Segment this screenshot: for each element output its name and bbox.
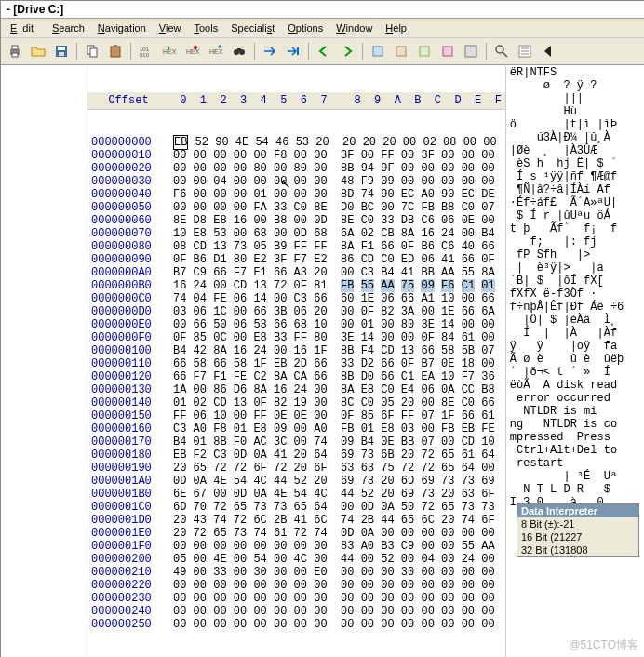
menu-navigation[interactable]: Navigation [92,20,152,35]
bytes-cell[interactable]: 00 00 00 00 00 F8 00 00 3F 00 FF 00 3F 0… [169,149,499,162]
hex-row[interactable]: 0000000E000 66 50 06 53 66 68 10 00 01 0… [87,318,505,331]
ascii-row[interactable]: fXfX ë-f3Òf · [510,288,624,301]
bytes-cell[interactable]: C3 A0 F8 01 E8 09 00 A0 FB 01 E8 03 00 F… [169,422,499,436]
bytes-cell[interactable]: F6 00 00 00 01 00 00 00 8D 74 90 EC A0 9… [169,188,499,201]
hex-row[interactable]: 0000000A0B7 C9 66 F7 E1 66 A3 20 00 C3 B… [87,266,505,279]
data-interpreter-panel[interactable]: Data Interpreter 8 Bit (±):-21 16 Bit (2… [517,503,639,557]
copy-icon[interactable] [82,41,102,61]
hex-row[interactable]: 00000023000 00 00 00 00 00 00 00 00 00 0… [87,592,505,605]
ascii-row[interactable]: ¶Ñ|â?÷â|ÍÀí Af [510,183,624,196]
paste-icon[interactable] [105,41,126,61]
ascii-row[interactable]: ëòÃ A disk read [510,379,624,392]
bytes-cell[interactable]: 10 E8 53 00 68 00 0D 68 6A 02 CB 8A 16 2… [169,227,499,240]
hex-row[interactable]: 0000001C06D 70 72 65 73 73 65 64 00 0D 0… [87,501,505,514]
bytes-cell[interactable]: B4 42 8A 16 24 00 16 1F 8B F4 CD 13 66 5… [169,344,499,357]
ascii-row[interactable]: ø ? ÿ ? [510,79,624,92]
ascii-row[interactable]: $ Í r |ûUªu öÁ [510,209,624,222]
hex-row[interactable]: 000000170B4 01 8B F0 AC 3C 00 74 09 B4 0… [87,436,505,449]
bytes-cell[interactable]: 00 00 00 00 80 00 80 00 8B 94 9F 00 00 0… [169,162,499,175]
ascii-row[interactable]: ÿ ÿ |oÿ fa [510,340,624,353]
ascii-row[interactable]: èS h hj Ë| $ ´ [510,157,624,170]
hex-row[interactable]: 00000001000 00 00 00 00 F8 00 00 3F 00 F… [87,149,505,162]
hex-row[interactable]: 0000000900F B6 D1 80 E2 3F F7 E2 86 CD C… [87,253,505,266]
ascii-row[interactable]: Í s ¹ÿÿ|ñf ¶Æ@f [510,170,624,183]
bytes-cell[interactable]: FF 06 10 00 FF 0E 0E 00 0F 85 6F FF 07 1… [169,409,499,422]
ascii-view[interactable]: ëR|NTFS ø ? ÿ ? ||| Hùö |t|ì |ìÞ ú3À|Ð¼ … [505,66,627,657]
bytes-cell[interactable]: 00 00 00 00 00 00 00 00 83 A0 B3 C9 00 0… [169,540,499,553]
bytes-cell[interactable]: EB 52 90 4E 54 46 53 20 20 20 20 00 02 0… [169,136,501,149]
hex-row[interactable]: 00000019020 65 72 72 6F 72 20 6F 63 63 7… [87,462,505,475]
ascii-row[interactable]: Ctrl+Alt+Del to [510,444,624,457]
hex-conv-icon[interactable]: HEX [206,41,226,61]
tool5-icon[interactable] [461,41,481,61]
tool1-icon[interactable] [368,41,388,61]
menu-help[interactable]: Help [380,20,412,35]
back-icon[interactable] [314,41,334,61]
ascii-row[interactable]: ´ |ð¬< t ´ » Í [510,366,624,379]
bytes-cell[interactable]: 66 58 66 58 1F EB 2D 66 33 D2 66 0F B7 0… [169,357,499,370]
bytes-cell[interactable]: 6D 70 72 65 73 73 65 64 00 0D 0A 50 72 6… [169,501,499,514]
ascii-row[interactable]: ö |t|ì |ìÞ [510,118,624,131]
ascii-row[interactable]: mpressed Press [510,431,624,444]
bytes-cell[interactable]: 03 06 1C 00 66 3B 06 20 00 0F 82 3A 00 1… [169,305,499,318]
hex-row[interactable]: 00000024000 00 00 00 00 00 00 00 00 00 0… [87,605,505,618]
hex-row[interactable]: 000000040F6 00 00 00 01 00 00 00 8D 74 9… [87,188,505,201]
bytes-cell[interactable]: 0D 0A 4E 54 4C 44 52 20 69 73 20 6D 69 7… [169,475,499,488]
bytes-cell[interactable]: 00 00 00 00 00 00 00 00 00 00 00 00 00 0… [169,579,499,592]
hex-row[interactable]: 0000001D020 43 74 72 6C 2B 41 6C 74 2B 4… [87,514,505,527]
menu-edit[interactable]: Edit [5,20,45,35]
tool2-icon[interactable] [391,41,411,61]
bytes-cell[interactable]: 66 F7 F1 FE C2 8A CA 66 8B D0 66 C1 EA 1… [169,370,499,383]
ascii-row[interactable]: fP Sfh |> [510,248,624,261]
bytes-cell[interactable]: B4 01 8B F0 AC 3C 00 74 09 B4 0E BB 07 0… [169,436,499,449]
tool4-icon[interactable] [437,41,458,61]
bytes-cell[interactable]: 00 00 00 00 00 00 00 00 00 00 00 00 00 0… [169,618,499,631]
ascii-row[interactable]: Ã ø è û è ûëþ [510,353,624,366]
ascii-row[interactable]: N T L D R $ [510,483,624,496]
hex-row[interactable]: 0000000F00F 85 0C 00 E8 B3 FF 80 3E 14 0… [87,331,505,344]
hex-row[interactable]: 0000001301A 00 86 D6 8A 16 24 00 8A E8 C… [87,383,505,396]
menu-tools[interactable]: Tools [189,20,224,35]
bytes-cell[interactable]: 01 02 CD 13 0F 82 19 00 8C C0 05 20 00 8… [169,396,499,409]
hex-view[interactable]: Offset 0 1 2 3 4 5 6 7 8 9 A B C D E F 0… [87,66,505,657]
bytes-cell[interactable]: 00 00 00 00 FA 33 C0 8E D0 BC 00 7C FB B… [169,201,499,214]
hex-row[interactable]: 00000025000 00 00 00 00 00 00 00 00 00 0… [87,618,505,631]
ascii-row[interactable]: Hù [510,105,624,118]
ascii-row[interactable]: ·Éf÷áf£ Ã´A»ªU| [510,196,624,209]
menu-search[interactable]: Search [47,20,90,35]
save-icon[interactable] [51,41,72,61]
ascii-row[interactable]: NTLDR is mi [510,405,624,418]
bytes-cell[interactable]: 20 65 72 72 6F 72 20 6F 63 63 75 72 72 6… [169,462,499,475]
hex-row[interactable]: 0000000D003 06 1C 00 66 3B 06 20 00 0F 8… [87,305,505,318]
hex-row[interactable]: 0000000B016 24 00 CD 13 72 0F 81 FB 55 A… [87,279,505,292]
hex-row[interactable]: 00000003000 00 04 00 00 00 00 00 48 F9 0… [87,175,505,188]
bytes-cell[interactable]: 0F 85 0C 00 E8 B3 FF 80 3E 14 00 00 0F 8… [169,331,499,344]
bytes-cell[interactable]: 74 04 FE 06 14 00 C3 66 60 1E 06 66 A1 1… [169,292,499,305]
ascii-row[interactable]: ||| [510,92,624,105]
hex-101-icon[interactable]: 101010 [136,41,156,61]
bytes-cell[interactable]: 05 00 4E 00 54 00 4C 00 44 00 52 00 04 0… [169,553,499,566]
hex-row[interactable]: 000000100B4 42 8A 16 24 00 16 1F 8B F4 C… [87,344,505,357]
hex-row[interactable]: 000000160C3 A0 F8 01 E8 09 00 A0 FB 01 E… [87,422,505,436]
binoculars-icon[interactable] [229,41,249,61]
bytes-cell[interactable]: 00 66 50 06 53 66 68 10 00 01 00 80 3E 1… [169,318,499,331]
hex-row[interactable]: 00000014001 02 CD 13 0F 82 19 00 8C C0 0… [87,396,505,409]
hex-row[interactable]: 0000001B06E 67 00 0D 0A 4E 54 4C 44 52 2… [87,488,505,501]
bytes-cell[interactable]: B7 C9 66 F7 E1 66 A3 20 00 C3 B4 41 BB A… [169,266,499,279]
bytes-cell[interactable]: 20 72 65 73 74 61 72 74 0D 0A 00 00 00 0… [169,527,499,540]
ascii-row[interactable]: |Ö| $ |èÀä Ì¸ [510,314,624,327]
hex-row[interactable]: 0000001A00D 0A 4E 54 4C 44 52 20 69 73 2… [87,475,505,488]
menu-specialist[interactable]: Specialist [225,20,280,35]
ascii-row[interactable]: error occurred [510,392,624,405]
menu-options[interactable]: Options [282,20,329,35]
ascii-row[interactable]: t þ Ãf` f¡ f [510,222,624,235]
ascii-row[interactable]: Í | |À |Àf [510,327,624,340]
search-tool-icon[interactable] [491,41,512,61]
bytes-cell[interactable]: 08 CD 13 73 05 B9 FF FF 8A F1 66 0F B6 C… [169,240,499,253]
filter-icon[interactable] [515,41,535,61]
hex-row[interactable]: 00000005000 00 00 00 FA 33 C0 8E D0 BC 0… [87,201,505,214]
ascii-row[interactable]: restart [510,457,624,470]
hex-row[interactable]: 000000150FF 06 10 00 FF 0E 0E 00 0F 85 6… [87,409,505,422]
hex-row[interactable]: 0000000C074 04 FE 06 14 00 C3 66 60 1E 0… [87,292,505,305]
bytes-cell[interactable]: 49 00 33 00 30 00 00 E0 00 00 00 30 00 0… [169,566,499,579]
